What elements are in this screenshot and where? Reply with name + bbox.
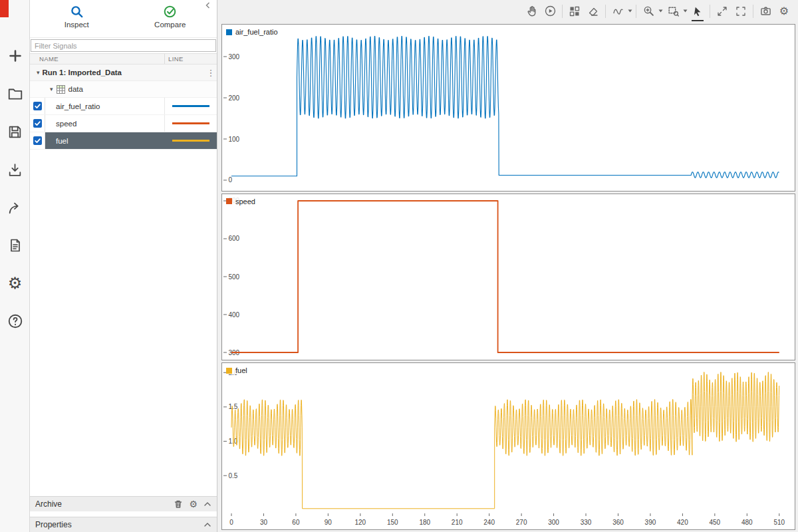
fullscreen-icon [735,6,746,17]
pointer-button[interactable] [689,3,706,20]
fullscreen-button[interactable] [732,3,749,20]
caret-down-icon [658,9,663,13]
chevron-left-icon [204,1,212,9]
import-button[interactable] [5,160,25,179]
svg-text:300: 300 [548,519,559,526]
archive-section-header[interactable]: Archive ⚙ [30,496,217,511]
signal-line-cell[interactable] [164,98,217,114]
pointer-arrow-icon [692,6,703,17]
archive-collapse-button[interactable] [203,501,211,507]
svg-text:450: 450 [710,519,721,526]
subplot-air-fuel-ratio: air_fuel_ratio 0100200300 [221,24,795,192]
save-button[interactable] [5,122,25,141]
add-button[interactable] [5,47,25,65]
trash-button[interactable] [174,499,183,509]
svg-text:60: 60 [292,519,300,526]
fit-view-button[interactable] [714,3,731,20]
svg-text:330: 330 [581,519,592,526]
zoom-dropdown[interactable] [658,9,663,13]
signal-row-fuel[interactable]: fuel [30,132,217,150]
zoom-region-icon [668,5,679,17]
legend-swatch [226,368,232,374]
svg-text:100: 100 [229,136,240,143]
properties-label: Properties [35,520,198,529]
caret-down-icon[interactable]: ▾ [37,69,40,76]
dataset-row[interactable]: ▾ data [30,81,217,98]
snapshot-button[interactable] [757,3,774,20]
zoom-in-icon [643,5,654,17]
properties-section-header[interactable]: Properties [30,517,217,532]
floppy-icon [7,124,23,140]
check-icon [34,102,41,110]
svg-text:180: 180 [419,519,430,526]
chevron-up-icon [203,501,211,507]
eraser-icon [588,6,598,17]
tab-inspect-label: Inspect [65,21,89,29]
legend: fuel [226,366,249,374]
document-icon [8,238,23,253]
filter-signals-input[interactable] [31,39,216,52]
legend-label: fuel [235,366,247,374]
signal-row-speed[interactable]: speed [30,115,217,132]
report-button[interactable] [5,236,25,255]
svg-text:0.5: 0.5 [229,472,238,479]
caret-down-icon[interactable]: ▾ [50,86,53,92]
chart-canvas-fuel[interactable]: 0.51.01.52.00306090120150180210240270300… [222,363,795,529]
dataset-label: data [68,85,83,93]
svg-text:0: 0 [229,519,233,526]
archive-settings-button[interactable]: ⚙ [189,499,198,509]
replay-button[interactable] [541,3,559,20]
run-row[interactable]: ▾ Run 1: Imported_Data ⋮ [30,65,217,81]
open-button[interactable] [5,84,25,103]
signal-checkbox[interactable] [33,102,42,110]
gear-icon: ⚙ [779,5,789,17]
layout-grid-button[interactable] [566,3,583,20]
signal-line-cell[interactable] [164,132,217,149]
signal-name: speed [45,115,164,132]
expand-diagonal-icon [717,6,728,17]
legend-label: air_fuel_ratio [235,28,278,36]
clear-plots-button[interactable] [585,3,602,20]
collapse-sidebar-button[interactable] [204,1,213,11]
help-icon [7,313,23,329]
app-toolstrip: ⚙ [0,0,30,532]
toolbar-separator [753,5,753,18]
svg-text:420: 420 [677,519,688,526]
svg-text:240: 240 [483,519,495,526]
chevron-up-icon [203,521,211,528]
svg-text:360: 360 [612,519,624,526]
column-line: LINE [164,54,217,64]
zoom-in-button[interactable] [640,3,657,20]
chart-canvas-air-fuel-ratio[interactable]: 0100200300 [222,25,795,191]
signal-browser-panel: Inspect Compare NAME LINE ▾ Run 1: Impor… [30,0,217,532]
line-sample [172,105,209,107]
toolbar-separator [605,5,606,18]
magnifier-icon [70,5,84,19]
signal-row-air-fuel-ratio[interactable]: air_fuel_ratio [30,98,217,115]
run-menu-button[interactable]: ⋮ [205,68,217,78]
export-button[interactable] [5,198,25,217]
signal-checkbox[interactable] [33,136,42,145]
signal-checkbox[interactable] [33,119,42,128]
check-icon [34,137,41,144]
plot-settings-button[interactable]: ⚙ [775,3,793,20]
zoom-region-button[interactable] [664,3,682,20]
pan-hand-button[interactable] [523,3,540,20]
zoom-region-dropdown[interactable] [683,9,688,13]
plus-icon [8,49,23,63]
tab-compare[interactable]: Compare [124,5,217,37]
archive-label: Archive [35,499,168,509]
signal-line-cell[interactable] [164,115,217,132]
signal-name: fuel [45,132,164,149]
run-label: Run 1: Imported_Data [43,68,205,76]
help-button[interactable] [5,312,25,331]
settings-button[interactable]: ⚙ [5,274,25,293]
tab-inspect[interactable]: Inspect [30,5,124,37]
play-circle-icon [545,5,556,17]
svg-text:300: 300 [229,53,240,61]
properties-collapse-button[interactable] [203,521,211,528]
chart-canvas-speed[interactable]: 300400500600700 [222,194,795,360]
signal-cursor-button[interactable] [609,3,626,20]
signal-cursor-dropdown[interactable] [628,9,632,13]
check-icon [34,120,41,127]
